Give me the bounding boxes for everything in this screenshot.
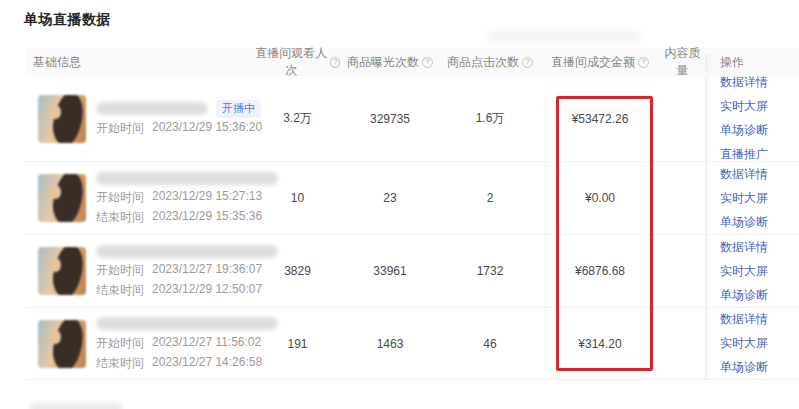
start-time: 开始时间 2023/12/27 19:36:07 — [96, 262, 278, 279]
page-title: 单场直播数据 — [24, 11, 111, 29]
exposures-value: 329735 — [340, 112, 440, 126]
clicks-value: 1732 — [440, 264, 540, 278]
viewers-value: 3.2万 — [255, 110, 340, 127]
blurred-streamer-name — [96, 172, 278, 185]
action-link-session-diagnosis[interactable]: 单场诊断 — [720, 214, 768, 231]
action-link-data-detail[interactable]: 数据详情 — [720, 74, 768, 91]
action-link-realtime-screen[interactable]: 实时大屏 — [720, 335, 768, 352]
column-header-gmv: 直播间成交金额? — [540, 54, 660, 71]
action-link-realtime-screen[interactable]: 实时大屏 — [720, 263, 768, 280]
action-link-data-detail[interactable]: 数据详情 — [720, 166, 768, 183]
action-link-session-diagnosis[interactable]: 单场诊断 — [720, 122, 768, 139]
exposures-value: 33961 — [340, 264, 440, 278]
table-row: 开始时间 2023/12/29 15:27:13 结束时间 2023/12/29… — [25, 162, 799, 235]
start-time: 开始时间 2023/12/27 11:56:02 — [96, 335, 278, 352]
info-icon[interactable]: ? — [330, 57, 340, 68]
blurred-streamer-name — [96, 317, 278, 330]
exposures-value: 23 — [340, 191, 440, 205]
streamer-avatar — [38, 247, 86, 295]
info-icon[interactable]: ? — [638, 57, 649, 68]
gmv-value: ¥6876.68 — [540, 264, 660, 278]
cutoff-section-text — [30, 403, 122, 409]
table-row: 开播中 开始时间 2023/12/29 15:36:20 3.2万 329735… — [25, 76, 799, 162]
action-link-session-diagnosis[interactable]: 单场诊断 — [720, 359, 768, 376]
blurred-redaction-smudge — [486, 31, 642, 42]
exposures-value: 1463 — [340, 337, 440, 351]
streamer-avatar — [38, 320, 86, 368]
end-time: 结束时间 2023/12/27 14:26:58 — [96, 355, 278, 372]
viewers-value: 191 — [255, 337, 340, 351]
blurred-streamer-name — [96, 102, 208, 115]
action-link-realtime-screen[interactable]: 实时大屏 — [720, 98, 768, 115]
start-time: 开始时间 2023/12/29 15:27:13 — [96, 189, 278, 206]
live-sessions-table: 基础信息 直播间观看人次? 商品曝光次数? 商品点击次数? 直播间成交金额? 内… — [25, 48, 799, 409]
clicks-value: 2 — [440, 191, 540, 205]
column-header-clicks: 商品点击次数? — [440, 54, 540, 71]
action-link-session-diagnosis[interactable]: 单场诊断 — [720, 287, 768, 304]
end-time: 结束时间 2023/12/29 15:35:36 — [96, 209, 278, 226]
viewers-value: 10 — [255, 191, 340, 205]
gmv-value: ¥314.20 — [540, 337, 660, 351]
info-icon[interactable]: ? — [522, 57, 533, 68]
table-header-row: 基础信息 直播间观看人次? 商品曝光次数? 商品点击次数? 直播间成交金额? 内… — [25, 48, 799, 76]
clicks-value: 1.6万 — [440, 110, 540, 127]
end-time: 结束时间 2023/12/29 12:50:07 — [96, 282, 278, 299]
start-time: 开始时间 2023/12/29 15:36:20 — [96, 120, 262, 137]
blurred-streamer-name — [96, 245, 278, 258]
action-link-realtime-screen[interactable]: 实时大屏 — [720, 190, 768, 207]
streamer-avatar — [38, 174, 86, 222]
info-icon[interactable]: ? — [422, 57, 433, 68]
column-header-viewers: 直播间观看人次? — [255, 45, 340, 79]
gmv-value: ¥0.00 — [540, 191, 660, 205]
column-header-basic-info: 基础信息 — [25, 54, 255, 71]
table-row: 开始时间 2023/12/27 19:36:07 结束时间 2023/12/29… — [25, 235, 799, 308]
column-header-exposures: 商品曝光次数? — [340, 54, 440, 71]
action-link-data-detail[interactable]: 数据详情 — [720, 239, 768, 256]
streamer-avatar — [38, 95, 86, 143]
table-row: 开始时间 2023/12/27 11:56:02 结束时间 2023/12/27… — [25, 308, 799, 380]
column-header-quality: 内容质量 — [660, 45, 705, 79]
clicks-value: 46 — [440, 337, 540, 351]
viewers-value: 3829 — [255, 264, 340, 278]
gmv-value: ¥53472.26 — [540, 112, 660, 126]
action-link-data-detail[interactable]: 数据详情 — [720, 311, 768, 328]
